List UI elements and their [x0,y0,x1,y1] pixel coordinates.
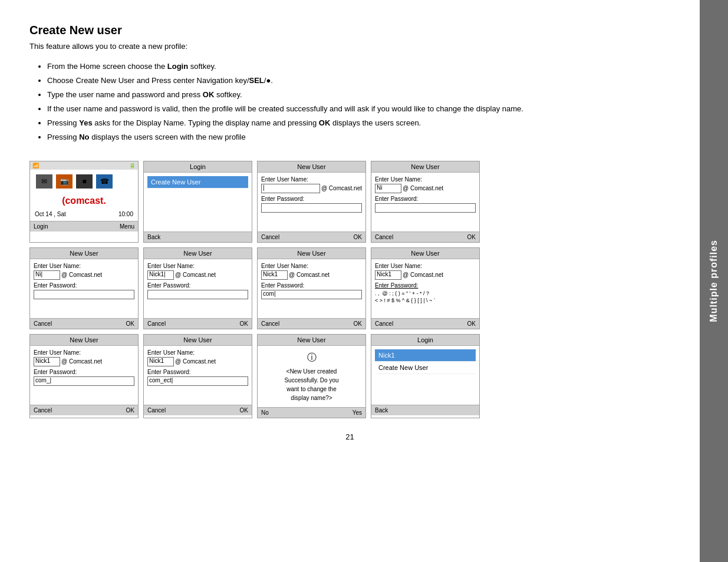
at-comcast-2: @ Comcast.net [403,185,443,191]
footer-cancel-3[interactable]: Cancel [34,320,52,327]
date-text: Oct 14 , Sat [35,211,66,217]
nick1-item[interactable]: Nick1 [375,349,476,362]
username-input-4[interactable]: Nick1| [147,270,174,280]
login-header: Login [144,161,252,173]
create-new-user-item[interactable]: Create New User [147,176,248,189]
newuser-footer-7: Cancel OK [30,405,138,415]
footer-no[interactable]: No [261,409,269,416]
footer-ok-6[interactable]: OK [467,320,476,327]
newuser-body-3: Enter User Name: Ni| @ Comcast.net Enter… [30,259,138,318]
password-input-1[interactable] [261,203,362,213]
newuser-footer-4: Cancel OK [144,318,252,329]
username-row-6: Nick1 @ Comcast.net [375,270,476,280]
username-input-1[interactable]: | [261,184,320,193]
page-number: 21 [29,432,670,441]
footer-cancel-7[interactable]: Cancel [34,407,52,414]
bold-yes: Yes [79,118,92,127]
footer-back[interactable]: Back [147,234,160,240]
login-screen: Login Create New User Back [143,161,252,243]
bullet-3: Type the user name and password and pres… [47,88,670,101]
password-label-6: Enter Password: [375,282,476,289]
username-label-3: Enter User Name: [34,263,134,269]
home-footer: Login Menu [30,221,138,232]
footer-login[interactable]: Login [34,223,48,230]
footer-cancel-4[interactable]: Cancel [147,320,166,327]
at-comcast-8: @ Comcast.net [175,358,216,365]
password-input-4[interactable] [147,290,248,299]
username-row-4: Nick1| @ Comcast.net [147,270,248,280]
login-final-header: Login [371,335,479,346]
newuser-header-2: New User [371,161,479,173]
at-comcast-1: @ Comcast.net [321,185,362,191]
newuser-screen-4: New User Enter User Name: Nick1| @ Comca… [143,247,252,329]
password-input-7[interactable]: com_| [34,376,134,386]
footer-ok-8[interactable]: OK [240,407,248,414]
password-label-3: Enter Password: [34,282,134,289]
username-input-8[interactable]: Nick1 [147,357,174,366]
footer-yes[interactable]: Yes [353,409,362,416]
home-top-bar: 📶 🔋 [30,161,138,170]
newuser-footer-1: Cancel OK [258,232,365,242]
icon-messages: ✉ [36,174,52,189]
footer-menu[interactable]: Menu [120,223,134,230]
username-label-1: Enter User Name: [261,176,362,183]
password-label-8: Enter Password: [147,369,248,375]
newuser-footer-6: Cancel OK [371,318,479,329]
password-input-5[interactable]: com| [261,290,362,299]
bold-sel: SEL [249,76,264,85]
newuser-screen-3: New User Enter User Name: Ni| @ Comcast.… [29,247,139,329]
create-new-user-final[interactable]: Create New User [375,362,476,374]
login-body: Create New User [144,173,252,232]
newuser-header-4: New User [144,248,252,259]
at-comcast-7: @ Comcast.net [61,358,102,365]
intro-text: This feature allows you to create a new … [29,42,670,51]
signal-icon: 📶 [32,163,39,168]
footer-ok-4[interactable]: OK [240,320,248,327]
screens-row-1: 📶 🔋 ✉ 📷 ■ ☎ (comcast. Oct 14 , Sat 10:00 [29,161,670,243]
newuser-header-3: New User [30,248,138,259]
footer-cancel-6[interactable]: Cancel [375,320,393,327]
username-label-6: Enter User Name: [375,263,476,269]
footer-cancel-2[interactable]: Cancel [375,234,393,240]
footer-cancel-1[interactable]: Cancel [261,234,279,240]
password-hint: . , @ : ; ( ) = " ' + - * / ?< > ! # $ %… [375,290,476,305]
bullet-list: From the Home screen choose the Login so… [29,60,670,144]
newuser-header-7: New User [30,335,138,346]
footer-back-final[interactable]: Back [375,407,388,414]
login-final-footer: Back [371,405,479,415]
icon-video: ■ [76,174,93,189]
password-input-8[interactable]: com_ect| [147,376,248,386]
comcast-logo: (comcast. [30,193,138,209]
newuser-screen-2: New User Enter User Name: Ni @ Comcast.n… [371,161,480,243]
password-input-2[interactable] [375,203,476,213]
icon-camera: 📷 [56,174,73,189]
footer-cancel-5[interactable]: Cancel [261,320,279,327]
newuser-body-6: Enter User Name: Nick1 @ Comcast.net Ent… [371,259,479,318]
username-input-7[interactable]: Nick1 [34,357,60,366]
newuser-footer-5: Cancel OK [258,318,365,329]
bold-ok: OK [203,90,215,99]
username-input-5[interactable]: Nick1 [261,270,288,280]
footer-ok-2[interactable]: OK [467,234,476,240]
bold-login: Login [167,62,188,71]
username-row-8: Nick1 @ Comcast.net [147,357,248,366]
battery-icon: 🔋 [129,163,136,168]
username-input-6[interactable]: Nick1 [375,270,401,280]
footer-ok-1[interactable]: OK [354,234,362,240]
footer-ok-7[interactable]: OK [126,407,134,414]
screens-row-2: New User Enter User Name: Ni| @ Comcast.… [29,247,670,329]
footer-ok-5[interactable]: OK [354,320,362,327]
footer-cancel-8[interactable]: Cancel [147,407,166,414]
sidebar: Multiple profiles [700,0,728,562]
footer-ok-3[interactable]: OK [126,320,134,327]
newuser-footer-3: Cancel OK [30,318,138,329]
bullet-1: From the Home screen choose the Login so… [47,60,670,73]
newuser-header-1: New User [258,161,365,173]
password-input-3[interactable] [34,290,134,299]
password-label-7: Enter Password: [34,369,134,375]
newuser-screen-1: New User Enter User Name: | @ Comcast.ne… [257,161,366,243]
at-comcast-5: @ Comcast.net [289,272,330,278]
username-input-3[interactable]: Ni| [34,270,60,280]
username-input-2[interactable]: Ni [375,184,401,193]
info-icon: ⓘ [261,351,362,365]
